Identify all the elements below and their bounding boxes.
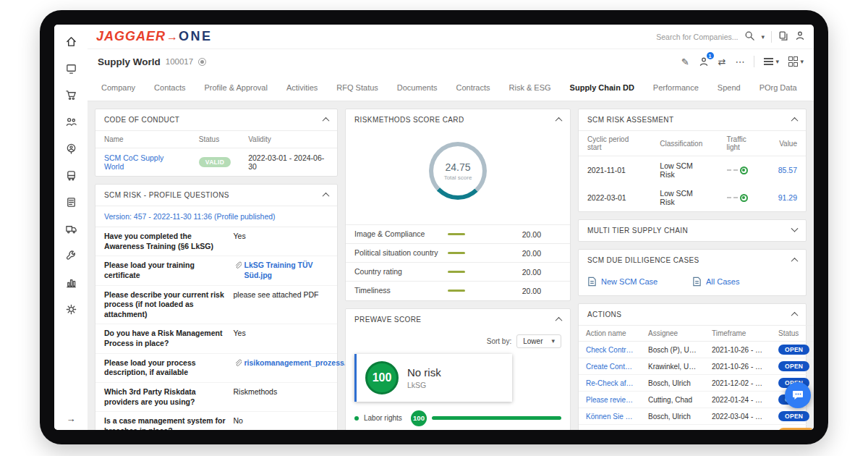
- tab-performance[interactable]: Performance: [644, 83, 708, 92]
- score-label: Timeliness: [354, 286, 448, 295]
- coc-col-validity: Validity: [239, 131, 337, 148]
- due-diligence-card: SCM DUE DILLIGENCE CASES New SCM Case Al…: [578, 249, 807, 296]
- action-assignee: Bosch, Ulrich: [641, 375, 705, 392]
- supplier-target-icon[interactable]: [198, 58, 206, 66]
- add-tab-button[interactable]: +: [807, 81, 814, 93]
- risk-value-link[interactable]: 91.29: [770, 184, 806, 211]
- action-assignee: Bosch, Ulrich: [641, 408, 705, 425]
- supplier-actions-divider: [754, 56, 754, 67]
- actions-card: ACTIONS Action name Assignee Timeframe S…: [578, 303, 807, 430]
- company-search-input[interactable]: [637, 33, 738, 41]
- collapse-chevron-icon[interactable]: [556, 117, 563, 124]
- multi-tier-card: MULTI TIER SUPPLY CHAIN: [578, 219, 807, 242]
- assign-user-icon[interactable]: 1: [699, 56, 709, 67]
- collapse-chevron-icon[interactable]: [323, 117, 330, 124]
- sort-value: Lower: [523, 337, 542, 345]
- transfer-icon[interactable]: ⇄: [718, 56, 726, 67]
- tab-activities[interactable]: Activities: [277, 83, 327, 92]
- collapse-chevron-icon[interactable]: [791, 258, 799, 265]
- new-scm-case-link[interactable]: New SCM Case: [587, 276, 692, 287]
- action-name-link[interactable]: Können Sie die ...: [579, 408, 641, 425]
- tools-wrench-icon[interactable]: [64, 249, 77, 262]
- tab-rfq-status[interactable]: RFQ Status: [327, 83, 387, 92]
- answer-text: No: [234, 416, 329, 430]
- prewave-title: PREWAVE SCORE: [354, 316, 421, 324]
- prewave-sub-label: LkSG: [407, 381, 441, 389]
- tab-company[interactable]: Company: [92, 83, 145, 92]
- score-row: Image & Compliance 20.00: [346, 224, 570, 243]
- sort-dropdown[interactable]: Lower ▾: [516, 334, 561, 348]
- scm-risk-assessment-card: SCM RISK ASSESMENT Cyclic period start C…: [578, 109, 807, 212]
- due-diligence-title: SCM DUE DILLIGENCE CASES: [587, 256, 699, 264]
- more-options-icon[interactable]: ⋯: [735, 56, 744, 67]
- profile-version-link[interactable]: Version: 457 - 2022-11-30 11:36 (Profile…: [95, 206, 337, 227]
- prewave-category-list: Labor rights 100 Human rights 100: [346, 409, 570, 431]
- score-trend-dash: [448, 290, 465, 292]
- action-name-link[interactable]: Please review th...: [579, 392, 641, 408]
- fleet-icon[interactable]: [64, 169, 77, 182]
- table-row: Bitte ein interne... Sieber, Martin 2022…: [579, 425, 814, 431]
- list-view-button[interactable]: ▾: [764, 58, 779, 65]
- category-label: Labor rights: [364, 414, 406, 423]
- tab-contracts[interactable]: Contracts: [446, 83, 499, 92]
- period-value: 2021-11-01: [579, 156, 651, 185]
- expand-chevron-icon[interactable]: [791, 225, 799, 232]
- tab-supply-chain-dd[interactable]: Supply Chain DD: [561, 83, 644, 92]
- column-left: CODE OF CONDUCT Name Status Validity SCM…: [95, 109, 338, 423]
- tab-contacts[interactable]: Contacts: [145, 83, 195, 92]
- search-scope-caret-icon[interactable]: ▾: [761, 33, 765, 41]
- logistics-truck-icon[interactable]: [64, 222, 77, 235]
- collapse-chevron-icon[interactable]: [791, 117, 799, 124]
- action-name-link[interactable]: Check Contract ...: [579, 342, 641, 358]
- tab-porg-data[interactable]: POrg Data: [750, 83, 807, 92]
- settings-gear-icon[interactable]: [64, 303, 77, 316]
- question-row: Which 3rd Party Riskdata providers are y…: [95, 383, 337, 412]
- action-name-link[interactable]: Re-Check after 4...: [579, 375, 641, 392]
- sort-label: Sort by:: [487, 337, 511, 345]
- edit-pencil-icon[interactable]: ✎: [681, 56, 689, 67]
- collapse-chevron-icon[interactable]: [791, 312, 799, 319]
- suppliers-icon[interactable]: [64, 115, 77, 128]
- grid-view-button[interactable]: ▾: [788, 56, 804, 67]
- chat-bubble-icon: [791, 389, 804, 402]
- tab-profile-approval[interactable]: Profile & Approval: [195, 83, 277, 92]
- tab-spend[interactable]: Spend: [708, 83, 750, 92]
- jaggaer-one-logo[interactable]: JAGGAER → ONE: [96, 29, 213, 44]
- tab-documents[interactable]: Documents: [388, 83, 447, 92]
- action-timeframe: 2022-03-31 - 20...: [705, 425, 771, 431]
- question-text: Which 3rd Party Riskdata providers are y…: [104, 387, 228, 407]
- tab-risk-esg[interactable]: Risk & ESG: [500, 83, 561, 92]
- action-name-link[interactable]: Bitte ein interne...: [579, 425, 641, 431]
- actions-col-status: Status: [771, 326, 814, 342]
- analytics-chart-icon[interactable]: [64, 276, 77, 289]
- actions-title: ACTIONS: [587, 311, 621, 318]
- all-cases-link[interactable]: All Cases: [692, 276, 797, 287]
- attachment-link[interactable]: LkSG Training TÜV Süd.jpg: [234, 261, 329, 280]
- traffic-light-icon: [727, 166, 761, 174]
- user-icon[interactable]: [795, 30, 805, 43]
- collapse-chevron-icon[interactable]: [323, 193, 330, 200]
- risk-value-link[interactable]: 85.57: [770, 156, 806, 185]
- action-name-link[interactable]: Create Contract ...: [579, 358, 641, 375]
- home-icon[interactable]: [64, 35, 77, 48]
- documents-icon[interactable]: [64, 195, 77, 208]
- cart-icon[interactable]: [64, 88, 77, 101]
- library-icon[interactable]: [778, 30, 788, 43]
- collapse-chevron-icon[interactable]: [556, 316, 563, 324]
- sourcing-pin-icon[interactable]: [64, 142, 77, 155]
- question-row: Please describe your current risk proces…: [95, 286, 337, 325]
- search-icon[interactable]: [744, 30, 754, 43]
- supplier-header: Supply World 100017 ✎ 1 ⇄ ⋯ ▾: [88, 49, 814, 74]
- workspace-icon[interactable]: [64, 62, 77, 75]
- prewave-card: PREWAVE SCORE Sort by: Lower ▾ 100: [345, 308, 571, 431]
- chat-fab-button[interactable]: [785, 382, 811, 408]
- attachment-link[interactable]: risikomanagement_prozess.pdf: [234, 358, 359, 378]
- paperclip-icon: [234, 261, 242, 269]
- action-timeframe: 2022-03-04 - 20...: [705, 408, 771, 425]
- answer-text: Yes: [234, 329, 329, 348]
- coc-name-link[interactable]: SCM CoC Supply World: [95, 148, 190, 177]
- sidebar-expand-arrow-icon[interactable]: →: [67, 413, 76, 424]
- category-score-bar: [432, 416, 561, 420]
- question-text: Please load your process description, if…: [104, 358, 228, 378]
- actions-col-assignee: Assignee: [641, 326, 705, 342]
